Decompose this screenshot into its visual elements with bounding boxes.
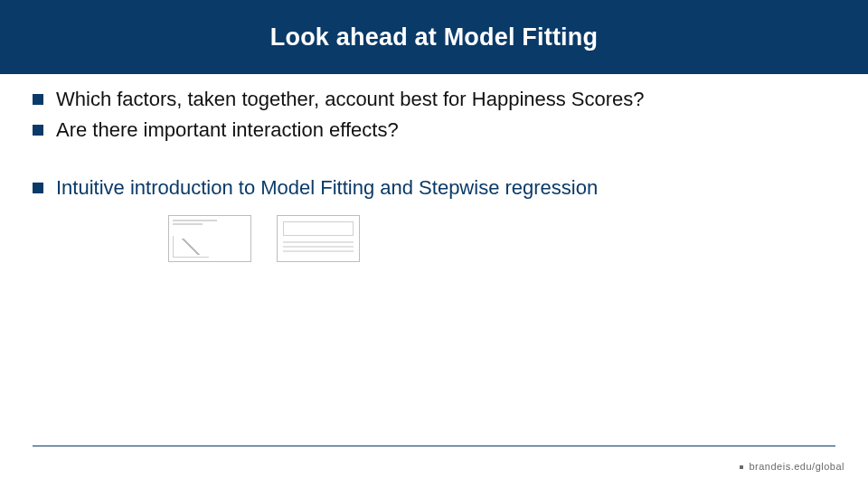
- title-bar: Look ahead at Model Fitting: [0, 0, 868, 74]
- bullet-item: Which factors, taken together, account b…: [33, 87, 835, 112]
- bullet-item: Are there important interaction effects?: [33, 117, 835, 143]
- footer-url: brandeis.edu/global: [749, 461, 844, 472]
- bullet-marker-icon: [33, 94, 43, 105]
- slide: Look ahead at Model Fitting Which factor…: [0, 0, 868, 488]
- footer-text: brandeis.edu/global: [740, 461, 844, 472]
- thumbnail-table: [277, 215, 360, 262]
- bullet-item: Intuitive introduction to Model Fitting …: [33, 175, 835, 201]
- bullet-text: Which factors, taken together, account b…: [56, 87, 645, 112]
- bullet-marker-icon: [33, 125, 43, 136]
- footer-dot-icon: [740, 465, 743, 469]
- bullet-marker-icon: [33, 183, 43, 193]
- thumbnail-row: [168, 215, 835, 262]
- slide-body: Which factors, taken together, account b…: [33, 87, 835, 295]
- thumbnail-chart: [168, 215, 251, 262]
- bullet-text: Are there important interaction effects?: [56, 117, 399, 143]
- bullet-group-1: Which factors, taken together, account b…: [33, 87, 835, 143]
- slide-title: Look ahead at Model Fitting: [270, 23, 598, 52]
- bullet-text: Intuitive introduction to Model Fitting …: [56, 175, 598, 201]
- footer-divider: [33, 446, 835, 446]
- bullet-group-2: Intuitive introduction to Model Fitting …: [33, 175, 835, 262]
